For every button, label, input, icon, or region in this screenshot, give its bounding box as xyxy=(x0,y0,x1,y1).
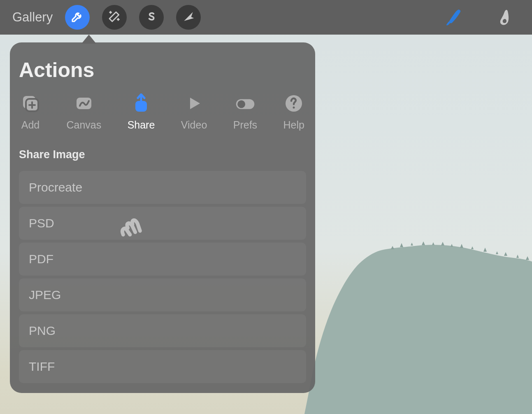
share-option-procreate[interactable]: Procreate xyxy=(19,171,306,204)
share-icon xyxy=(131,94,151,113)
popover-title: Actions xyxy=(10,58,315,94)
tab-help[interactable]: Help xyxy=(283,94,304,131)
share-options-list: Procreate PSD PDF JPEG PNG TIFF xyxy=(10,171,315,393)
share-option-jpeg[interactable]: JPEG xyxy=(19,278,306,311)
arrow-cursor-icon xyxy=(182,10,195,25)
svg-point-5 xyxy=(237,100,245,108)
add-icon xyxy=(21,94,40,113)
actions-popover: Actions Add Canvas xyxy=(10,42,315,393)
tab-canvas[interactable]: Canvas xyxy=(66,94,101,131)
tab-label: Share xyxy=(128,119,155,131)
wand-icon xyxy=(108,10,121,25)
brush-tool-icon[interactable] xyxy=(443,7,463,27)
tab-share[interactable]: Share xyxy=(128,94,155,131)
gallery-button[interactable]: Gallery xyxy=(12,10,53,25)
tab-prefs[interactable]: Prefs xyxy=(233,94,257,131)
actions-tabs: Add Canvas Share xyxy=(10,94,315,143)
share-option-pdf[interactable]: PDF xyxy=(19,243,306,276)
tab-label: Video xyxy=(181,119,207,131)
tab-label: Help xyxy=(283,119,304,131)
tab-video[interactable]: Video xyxy=(181,94,207,131)
wrench-icon xyxy=(71,10,84,25)
selection-button[interactable] xyxy=(139,5,164,30)
share-option-tiff[interactable]: TIFF xyxy=(19,350,306,383)
svg-point-7 xyxy=(293,107,295,109)
share-section-header: Share Image xyxy=(10,143,315,171)
selection-icon xyxy=(145,10,158,25)
adjustments-button[interactable] xyxy=(102,5,127,30)
actions-button[interactable] xyxy=(65,5,90,30)
share-option-psd[interactable]: PSD xyxy=(19,207,306,240)
tab-label: Add xyxy=(21,119,39,131)
play-icon xyxy=(184,94,204,113)
smudge-tool-icon[interactable] xyxy=(496,7,516,27)
canvas-icon xyxy=(74,94,94,113)
tab-add[interactable]: Add xyxy=(21,94,40,131)
toggle-icon xyxy=(235,94,255,113)
tab-label: Prefs xyxy=(233,119,257,131)
share-option-png[interactable]: PNG xyxy=(19,314,306,347)
tab-label: Canvas xyxy=(66,119,101,131)
top-toolbar: Gallery xyxy=(0,0,532,35)
help-icon xyxy=(284,94,304,113)
transform-button[interactable] xyxy=(176,5,201,30)
